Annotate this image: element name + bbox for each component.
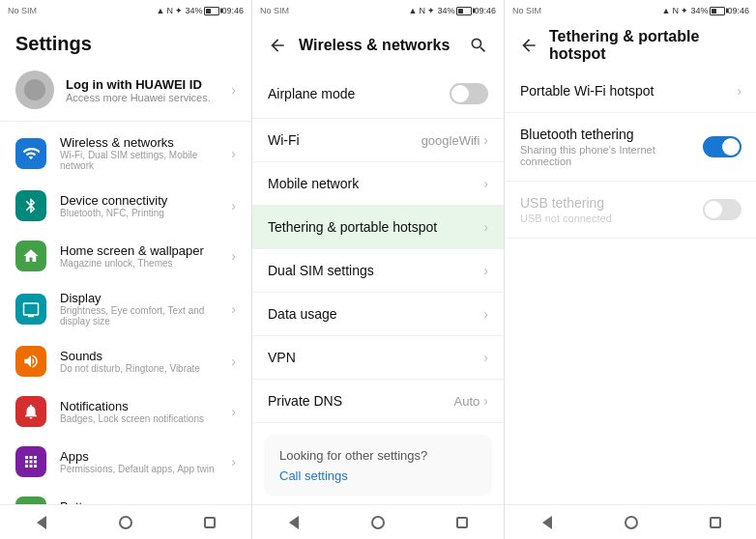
wn-item-vpn[interactable]: VPN › [252,336,504,380]
datausage-label: Data usage [268,306,483,322]
wireless-icon [15,138,46,169]
usb-tethering-toggle [703,199,741,220]
nav-recent-3[interactable] [673,505,756,539]
nav-back-3[interactable] [505,505,589,539]
tether-item-bt[interactable]: Bluetooth tethering Sharing this phone's… [505,113,756,182]
vpn-chevron: › [483,350,488,365]
settings-item-wireless[interactable]: Wireless & networks Wi-Fi, Dual SIM sett… [0,126,251,181]
display-chevron: › [231,301,236,317]
bt-toggle-thumb [722,138,740,156]
wifi-chevron: › [483,132,488,148]
settings-title: Settings [0,21,251,63]
notif-label: Notifications [60,399,204,413]
tethering-back-button[interactable] [516,32,541,59]
notif-sublabel: Badges, Lock screen notifications [60,413,204,424]
mobile-label: Mobile network [268,176,483,191]
home-text: Home screen & wallpaper Magazine unlock,… [60,243,204,269]
battery-pct-1: 34% [185,6,202,15]
avatar-image [24,79,45,100]
tether-item-wifi[interactable]: Portable Wi-Fi hotspot › [505,70,756,113]
bt-tethering-toggle[interactable] [703,136,741,157]
settings-item-display[interactable]: Display Brightness, Eye comfort, Text an… [0,281,251,336]
nav-back-2[interactable] [252,505,336,539]
home-chevron: › [231,248,236,264]
wn-item-airplane[interactable]: Airplane mode [252,70,504,119]
status-icons-3: ▲ N ✦ 34% 09:46 [662,6,749,15]
search-icon [469,36,488,55]
nav-recent-1[interactable] [167,505,251,539]
wireless-search-button[interactable] [465,32,492,59]
recent-icon-3 [710,517,721,528]
dualsim-chevron: › [483,263,488,278]
bt-tethering-text: Bluetooth tethering Sharing this phone's… [520,127,703,167]
settings-item-sounds[interactable]: Sounds Do not disturb, Ringtone, Vibrate… [0,336,251,386]
wireless-text: Wireless & networks Wi-Fi, Dual SIM sett… [60,135,218,171]
user-subtitle: Access more Huawei services. [66,92,211,103]
notif-chevron: › [231,404,236,419]
tethering-header: Tethering & portable hotspot [505,21,756,70]
battery-menu-icon [15,496,46,504]
settings-panel: No SIM ▲ N ✦ 34% 09:46 Settings Log in w… [0,0,252,539]
settings-item-device[interactable]: Device connectivity Bluetooth, NFC, Prin… [0,181,251,231]
airplane-toggle[interactable] [450,83,488,104]
wn-item-tethering[interactable]: Tethering & portable hotspot › [252,206,504,249]
usb-tethering-label: USB tethering [520,195,703,211]
nav-recent-2[interactable] [420,505,504,539]
wireless-panel: No SIM ▲ N ✦ 34% 09:46 Wireless & networ… [252,0,505,539]
home-sublabel: Magazine unlock, Themes [60,258,204,269]
tether-item-usb: USB tethering USB not connected [505,182,756,239]
wn-item-privatedns[interactable]: Private DNS Auto › [252,380,504,423]
settings-item-apps[interactable]: Apps Permissions, Default apps, App twin… [0,437,251,487]
wifi-hotspot-text: Portable Wi-Fi hotspot [520,83,737,99]
settings-item-home[interactable]: Home screen & wallpaper Magazine unlock,… [0,231,251,281]
settings-item-notif[interactable]: Notifications Badges, Lock screen notifi… [0,386,251,437]
sounds-icon [15,346,46,377]
call-settings-link[interactable]: Call settings [279,468,477,483]
display-label: Display [60,291,218,305]
bt-icon-2: N ✦ [419,6,435,15]
back-icon-1 [37,516,46,529]
display-text: Display Brightness, Eye comfort, Text an… [60,291,218,326]
divider-1 [0,121,251,122]
battery-icon-1 [204,7,219,15]
bottom-nav-1 [0,504,251,539]
time-3: 09:46 [727,6,749,15]
wifi-icon-1: ▲ [157,6,165,15]
wireless-header: Wireless & networks [252,21,504,70]
recent-icon-2 [456,517,468,528]
status-bar-1: No SIM ▲ N ✦ 34% 09:46 [0,0,251,21]
dualsim-label: Dual SIM settings [268,263,483,278]
status-icons-1: ▲ N ✦ 34% 09:46 [157,6,244,15]
wn-item-dualsim[interactable]: Dual SIM settings › [252,249,504,293]
wireless-back-button[interactable] [264,32,291,59]
sounds-label: Sounds [60,349,200,363]
wifi-icon-3: ▲ [662,6,671,15]
user-login-row[interactable]: Log in with HUAWEI ID Access more Huawei… [0,63,251,117]
airplane-toggle-thumb [451,85,469,102]
bottom-nav-2 [252,504,504,539]
nav-home-1[interactable] [84,505,168,539]
tethering-chevron: › [483,219,488,235]
home-nav-icon-2 [371,516,385,529]
battery-label: Battery [60,499,210,504]
wifi-hotspot-label: Portable Wi-Fi hotspot [520,83,737,99]
wifi-label: Wi-Fi [268,132,422,148]
wn-item-datausage[interactable]: Data usage › [252,293,504,336]
tethering-title: Tethering & portable hotspot [549,28,745,63]
home-nav-icon-1 [119,516,132,529]
settings-item-battery[interactable]: Battery Power saving mode, Battery usage… [0,487,251,504]
sounds-text: Sounds Do not disturb, Ringtone, Vibrate [60,349,200,374]
device-label: Device connectivity [60,193,167,208]
apps-sublabel: Permissions, Default apps, App twin [60,464,215,474]
wn-item-wifi[interactable]: Wi-Fi googleWifi › [252,119,504,162]
wireless-sublabel: Wi-Fi, Dual SIM settings, Mobile network [60,150,218,171]
nav-home-3[interactable] [589,505,673,539]
battery-icon-2 [456,7,472,15]
wn-item-mobile[interactable]: Mobile network › [252,162,504,206]
privatedns-label: Private DNS [268,393,454,409]
nav-back-1[interactable] [0,505,84,539]
notif-text: Notifications Badges, Lock screen notifi… [60,399,204,424]
airplane-label: Airplane mode [268,86,450,101]
bt-icon-3: N ✦ [672,6,688,15]
nav-home-2[interactable] [336,505,421,539]
